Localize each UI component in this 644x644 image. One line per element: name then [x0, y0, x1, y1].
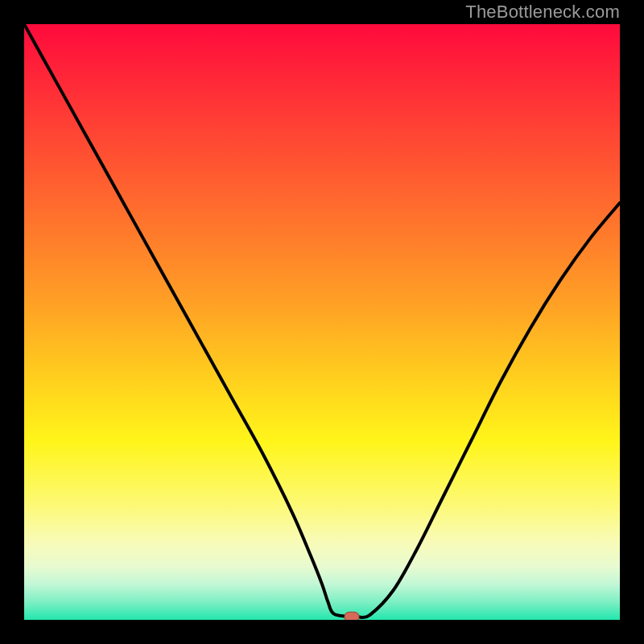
watermark-text: TheBottleneck.com: [465, 2, 620, 23]
curve-line: [24, 24, 620, 617]
min-marker: [345, 612, 359, 620]
chart-svg: [24, 24, 620, 620]
plot-area: [24, 24, 620, 620]
chart-frame: TheBottleneck.com: [0, 0, 644, 644]
